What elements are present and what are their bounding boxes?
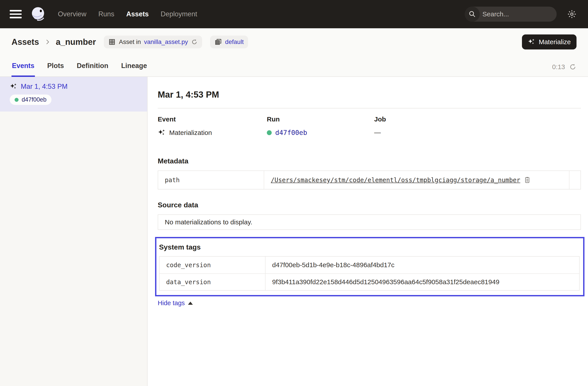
metadata-key: path — [158, 171, 264, 189]
breadcrumb: Assets a_number Asset in vanilla_asset.p… — [0, 28, 588, 56]
nav-item-overview[interactable]: Overview — [58, 10, 86, 18]
menu-icon[interactable] — [10, 10, 22, 18]
search-box[interactable]: / — [465, 7, 557, 22]
nav-item-runs[interactable]: Runs — [98, 10, 114, 18]
tag-key: code_version — [160, 257, 266, 273]
table-row: path /Users/smackesey/stm/code/elementl/… — [158, 171, 581, 189]
run-id-text: d47f00eb — [22, 96, 47, 103]
metadata-section: Metadata path /Users/smackesey/stm/code/… — [158, 157, 581, 189]
materialize-label: Materialize — [539, 38, 571, 46]
source-data-section: Source data No materializations to displ… — [158, 201, 581, 230]
run-status-dot-icon — [15, 98, 19, 102]
event-timestamp-link[interactable]: Mar 1, 4:53 PM — [21, 82, 68, 91]
run-id-link[interactable]: d47f00eb — [275, 129, 307, 137]
search-icon — [465, 7, 480, 22]
events-sidebar: Mar 1, 4:53 PM d47f00eb — [0, 77, 147, 386]
table-grid-icon — [108, 38, 116, 46]
tag-value: d47f00eb-5d1b-4e9e-b18c-4896af4bd17c — [266, 261, 579, 269]
refresh-icon[interactable] — [569, 63, 577, 71]
tag-key: data_version — [160, 274, 266, 290]
reload-icon[interactable] — [191, 39, 198, 45]
sparkle-icon — [528, 38, 535, 46]
breadcrumb-assets-link[interactable]: Assets — [11, 37, 39, 47]
tab-bar: Events Plots Definition Lineage 0:13 — [0, 56, 588, 76]
source-data-heading: Source data — [158, 201, 581, 209]
job-column-header: Job — [374, 116, 581, 123]
metadata-heading: Metadata — [158, 157, 581, 165]
content-area: Mar 1, 4:53 PM d47f00eb Mar 1, 4:53 PM E… — [0, 77, 588, 386]
tab-definition[interactable]: Definition — [76, 62, 109, 77]
group-link[interactable]: default — [225, 39, 244, 45]
dagster-app: Overview Runs Assets Deployment / — [0, 0, 588, 386]
event-detail-panel: Mar 1, 4:53 PM Event Materialization Run… — [147, 77, 588, 386]
settings-gear-icon[interactable] — [567, 9, 577, 19]
divider — [158, 108, 581, 108]
row-actions-cell — [569, 171, 581, 189]
metadata-path-link[interactable]: /Users/smackesey/stm/code/elementl/oss/t… — [271, 176, 520, 184]
event-type-value: Materialization — [158, 129, 267, 137]
page-title: a_number — [56, 37, 96, 47]
asset-definition-badge: Asset in vanilla_asset.py — [104, 36, 202, 48]
chevron-right-icon — [44, 39, 51, 45]
top-nav: Overview Runs Assets Deployment / — [0, 0, 588, 28]
nav-item-assets[interactable]: Assets — [126, 10, 149, 18]
tab-lineage[interactable]: Lineage — [121, 62, 147, 77]
job-value: — — [374, 129, 581, 136]
dagster-logo-icon[interactable] — [30, 6, 46, 22]
source-data-empty-message: No materializations to display. — [158, 214, 581, 230]
tab-plots[interactable]: Plots — [47, 62, 64, 77]
search-input[interactable] — [480, 10, 557, 18]
run-status-dot-icon — [267, 130, 272, 135]
metadata-table: path /Users/smackesey/stm/code/elementl/… — [158, 170, 581, 189]
run-value: d47f00eb — [267, 129, 374, 137]
refresh-countdown: 0:13 — [552, 63, 565, 71]
materialization-sparkle-icon — [158, 129, 166, 137]
tab-events[interactable]: Events — [11, 62, 35, 77]
table-row: code_version d47f00eb-5d1b-4e9e-b18c-489… — [160, 257, 579, 273]
asset-file-link[interactable]: vanilla_asset.py — [144, 39, 188, 45]
nav-item-deployment[interactable]: Deployment — [161, 10, 197, 18]
table-row: data_version 9f3b411a390fd22e158d446d5d1… — [160, 273, 579, 290]
asset-group-badge[interactable]: default — [210, 36, 248, 48]
system-tags-section-highlighted: System tags code_version d47f00eb-5d1b-4… — [155, 237, 585, 296]
event-detail-title: Mar 1, 4:53 PM — [158, 90, 581, 100]
run-column-header: Run — [267, 116, 374, 123]
repo-grid-icon — [214, 38, 222, 46]
materialization-sparkle-icon — [10, 83, 17, 90]
hide-tags-link[interactable]: Hide tags — [158, 299, 193, 307]
event-list-item-selected[interactable]: Mar 1, 4:53 PM d47f00eb — [0, 77, 147, 112]
page-header: Assets a_number Asset in vanilla_asset.p… — [0, 28, 588, 77]
event-column-header: Event — [158, 116, 267, 123]
materialize-button[interactable]: Materialize — [522, 34, 577, 49]
system-tags-table: code_version d47f00eb-5d1b-4e9e-b18c-489… — [159, 256, 580, 291]
run-id-pill[interactable]: d47f00eb — [10, 95, 51, 105]
event-summary-grid: Event Materialization Run d47f00eb Job — — [158, 116, 581, 137]
copy-icon[interactable] — [524, 176, 531, 183]
system-tags-heading: System tags — [159, 243, 580, 251]
tag-value: 9f3b411a390fd22e158d446d5d12504963596aa6… — [266, 278, 579, 286]
asset-badge-text: Asset in — [119, 39, 141, 45]
collapse-caret-icon — [188, 302, 193, 305]
nav-links: Overview Runs Assets Deployment — [58, 10, 197, 18]
